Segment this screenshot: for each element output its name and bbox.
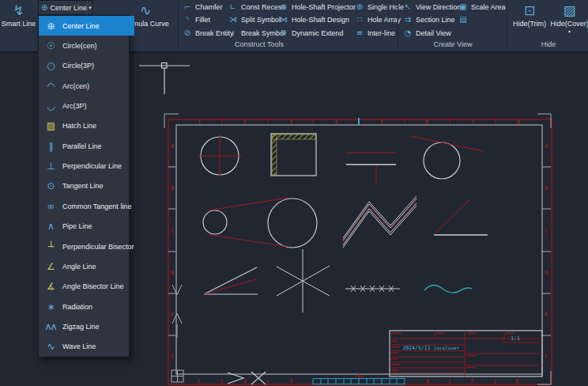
svg-text:A: A — [545, 143, 548, 149]
menu-item-tangent-line[interactable]: ⊙ Tangent Line — [39, 176, 134, 196]
create-view-column-2: ▣ Scale Area ▤ — [456, 1, 508, 27]
svg-text:F: F — [171, 354, 174, 360]
svg-text:3: 3 — [289, 119, 292, 126]
menu-item-label: Wave Line — [62, 342, 96, 350]
menu-item-label: Perpendicular Line — [62, 162, 122, 170]
menu-item-parallel-line[interactable]: ∥ Parallel Line — [39, 136, 134, 156]
svg-text:A: A — [171, 143, 175, 149]
zigzag-line-icon: ʌʌ — [44, 322, 58, 331]
split-symbol-icon: ⋊ — [228, 16, 238, 24]
construct-tools-group-label: Construct Tools — [180, 40, 338, 48]
wave-line-entity[interactable] — [424, 286, 472, 293]
svg-text:8: 8 — [515, 378, 518, 384]
menu-item-hatch-line[interactable]: ▨ Hatch Line — [39, 116, 134, 136]
menu-item-angle-line[interactable]: ∠ Angle Line — [39, 256, 134, 276]
menu-item-perpendicular-bisector[interactable]: ┴ Perpendicular Bisector — [39, 237, 134, 256]
dynamic-extend-icon: ↻ — [279, 29, 288, 37]
detail-view-icon: ◔ — [403, 29, 413, 37]
menu-item-circle-cen[interactable]: ☉ Circle(cen) — [39, 36, 134, 55]
menu-item-label: Parallel Line — [62, 142, 102, 150]
chevron-down-icon[interactable]: ▾ — [87, 1, 92, 14]
menu-item-pipe-line[interactable]: ∧ Pipe Line — [39, 217, 134, 237]
title-block-date: 2024/5/11 — [402, 345, 430, 351]
pipe-line-icon: ∧ — [44, 221, 58, 231]
sheet-frame — [164, 114, 552, 384]
circle-with-tangent-entity[interactable] — [410, 136, 484, 179]
title-block-scale: 1:1 — [511, 335, 520, 342]
chevron-down-icon[interactable]: ▾ — [568, 28, 571, 34]
hole-shaft-projector-button[interactable]: ⊚ Hole-Shaft Projector — [277, 1, 358, 13]
hide-trim-button[interactable]: ⊡ Hide(Trim) — [509, 1, 550, 40]
menu-item-label: Circle(cen) — [62, 42, 97, 50]
radiation-icon: ∗ — [44, 302, 58, 312]
menu-item-label: Pipe Line — [62, 222, 92, 230]
svg-text:1: 1 — [197, 378, 200, 384]
angle-line-entity[interactable] — [434, 200, 488, 235]
svg-text:B: B — [171, 185, 174, 191]
title-block[interactable]: 2024/5/11 localuser 1:1 — [390, 331, 542, 377]
hide-group-label: Hide — [509, 40, 588, 48]
menu-item-label: Arc(cen) — [62, 82, 89, 90]
center-line-icon: ⊕ — [44, 21, 58, 31]
menu-item-label: Arc(3P) — [62, 102, 87, 110]
arc-center-icon: ◠ — [44, 81, 58, 91]
menu-item-label: Tangent Line — [62, 182, 104, 190]
scale-area-icon: ▣ — [458, 3, 468, 11]
ribbon-separator — [178, 2, 179, 49]
perpendicular-bisector-entity[interactable] — [139, 63, 190, 95]
zigzag-line-entity[interactable] — [345, 286, 400, 292]
scale-area-extra-button[interactable]: ▤ — [456, 13, 508, 26]
angle-bisector-entity[interactable] — [204, 267, 258, 294]
button-label: Hide(Cover) — [550, 20, 588, 28]
dynamic-extend-button[interactable]: ↻ Dynamic Extend — [277, 27, 358, 40]
perpendicular-line-icon: ⊥ — [44, 161, 58, 171]
menu-item-common-tangent-line[interactable]: ∞ Common Tangent line — [39, 196, 134, 216]
svg-text:3: 3 — [289, 378, 292, 384]
button-label: Hole-Shaft Design — [292, 16, 349, 24]
menu-item-arc-3p[interactable]: ◡ Arc(3P) — [39, 96, 134, 115]
menu-item-center-line[interactable]: ⊕ Center Line — [39, 16, 134, 36]
common-tangent-circles-entity[interactable] — [203, 198, 317, 248]
title-block-author: localuser — [434, 345, 460, 350]
svg-text:7: 7 — [470, 378, 473, 384]
svg-text:D: D — [171, 270, 174, 276]
wave-line-icon: ∿ — [44, 342, 58, 351]
line-tools-dropdown-menu: ⊕ Center Line ☉ Circle(cen) ○ Circle(3P)… — [38, 15, 130, 358]
view-direction-button[interactable]: ↖ View Direction — [401, 1, 463, 13]
menu-item-zigzag-line[interactable]: ʌʌ Zigzag Line — [39, 316, 134, 336]
scale-area-button[interactable]: ▣ Scale Area — [456, 1, 508, 13]
button-label: Hole-Shaft Projector — [292, 3, 356, 11]
menu-item-angle-bisector-line[interactable]: ∡ Angle Bisector Line — [39, 277, 134, 297]
hole-shaft-design-button[interactable]: ⋈ Hole-Shaft Design — [277, 13, 358, 26]
circle-center-icon: ☉ — [44, 41, 58, 51]
detail-view-button[interactable]: ◔ Detail View — [401, 27, 463, 40]
hatched-square-entity[interactable] — [271, 134, 316, 176]
smart-line-label: Smart Line — [2, 20, 36, 28]
menu-item-circle-3p[interactable]: ○ Circle(3P) — [39, 56, 134, 76]
clipped-ribbon-button[interactable]: ⊞ — [583, 1, 588, 40]
smart-line-button[interactable]: ↯ Smart Line — [0, 1, 37, 40]
svg-text:5: 5 — [380, 119, 383, 126]
parallel-lines-entity[interactable] — [346, 153, 396, 184]
scale-bar — [313, 379, 405, 384]
center-line-dropdown-trigger[interactable]: ⊕ Center Line ▾ — [38, 0, 93, 15]
hide-trim-icon: ⊡ — [524, 2, 535, 18]
circle-with-centerlines-entity[interactable] — [198, 134, 242, 177]
radiation-entity[interactable] — [277, 249, 330, 312]
menu-item-wave-line[interactable]: ∿ Wave Line — [39, 337, 134, 357]
hide-cover-button[interactable]: ▨ Hide(Cover) ▾ — [551, 1, 588, 40]
tangent-line-icon: ⊙ — [44, 181, 58, 191]
button-label: Dynamic Extend — [292, 29, 344, 37]
pipe-line-entity[interactable] — [343, 196, 416, 248]
frame-corner-grid-square — [172, 370, 183, 382]
section-line-button[interactable]: ⇉ Section Line — [401, 13, 463, 26]
menu-item-perpendicular-line[interactable]: ⊥ Perpendicular Line — [39, 156, 134, 176]
create-view-column-1: ↖ View Direction ⇉ Section Line ◔ Detail… — [401, 1, 463, 40]
menu-item-arc-cen[interactable]: ◠ Arc(cen) — [39, 76, 134, 96]
smart-line-icon: ↯ — [13, 2, 24, 18]
hide-cover-icon: ▨ — [563, 2, 575, 18]
menu-item-radiation[interactable]: ∗ Radiation — [39, 297, 134, 316]
hatch-line-icon: ▨ — [44, 121, 58, 131]
svg-text:2: 2 — [243, 119, 246, 126]
svg-text:8: 8 — [517, 119, 520, 126]
